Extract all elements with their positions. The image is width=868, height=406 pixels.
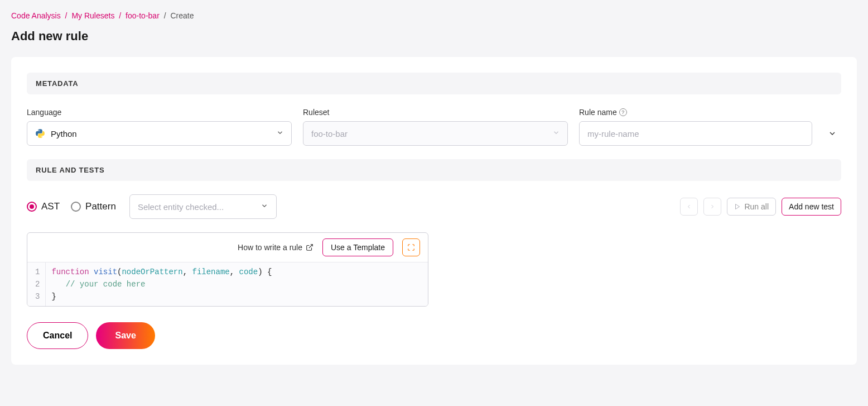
page-title: Add new rule [11, 29, 857, 44]
radio-icon [27, 202, 37, 212]
radio-pattern-label: Pattern [85, 201, 116, 212]
code-body[interactable]: 123 function visit(nodeOrPattern, filena… [27, 262, 428, 306]
radio-ast-label: AST [41, 201, 60, 212]
ruleset-value: foo-to-bar [311, 129, 348, 138]
expand-editor-button[interactable] [402, 238, 420, 256]
next-test-button [703, 198, 721, 216]
entity-checked-select[interactable]: Select entity checked... [129, 194, 277, 219]
use-template-label: Use a Template [331, 243, 385, 252]
breadcrumb-link-my-rulesets[interactable]: My Rulesets [71, 11, 114, 20]
language-label: Language [27, 108, 292, 117]
breadcrumb-sep: / [65, 11, 67, 20]
chevron-down-icon [261, 202, 268, 212]
prev-test-button [680, 198, 698, 216]
expand-toggle[interactable] [823, 121, 841, 146]
breadcrumb-link-ruleset[interactable]: foo-to-bar [126, 11, 160, 20]
cancel-button[interactable]: Cancel [27, 322, 88, 349]
breadcrumb-sep: / [164, 11, 166, 20]
chevron-left-icon [686, 203, 692, 210]
chevron-down-icon [828, 129, 837, 138]
language-value: Python [51, 129, 77, 138]
entity-placeholder: Select entity checked... [138, 202, 224, 212]
chevron-down-icon [552, 129, 560, 138]
run-all-button: Run all [727, 198, 776, 216]
add-new-test-button[interactable]: Add new test [782, 198, 841, 216]
breadcrumb-current: Create [170, 11, 194, 20]
python-icon [35, 128, 45, 138]
code-editor: How to write a rule Use a Template 123 f… [27, 232, 428, 307]
code-content[interactable]: function visit(nodeOrPattern, filename, … [46, 262, 428, 306]
form-card: METADATA Language Python [11, 57, 857, 365]
use-template-button[interactable]: Use a Template [322, 238, 393, 256]
chevron-down-icon [276, 129, 284, 138]
line-gutter: 123 [27, 262, 46, 306]
radio-icon [71, 202, 81, 212]
how-to-label: How to write a rule [238, 243, 302, 252]
chevron-right-icon [709, 203, 716, 210]
run-all-label: Run all [744, 202, 769, 211]
ruleset-select: foo-to-bar [303, 121, 568, 146]
svg-marker-0 [736, 204, 740, 209]
play-icon [734, 203, 741, 210]
rulename-label: Rule name ? [579, 108, 812, 117]
save-button[interactable]: Save [96, 322, 155, 349]
radio-ast[interactable]: AST [27, 201, 60, 212]
rulename-label-text: Rule name [579, 108, 617, 117]
language-select[interactable]: Python [27, 121, 292, 146]
section-metadata-header: METADATA [27, 73, 841, 94]
add-new-test-label: Add new test [789, 202, 834, 211]
maximize-icon [407, 243, 415, 251]
breadcrumb: Code Analysis / My Rulesets / foo-to-bar… [11, 11, 857, 20]
breadcrumb-link-code-analysis[interactable]: Code Analysis [11, 11, 61, 20]
breadcrumb-sep: / [119, 11, 121, 20]
help-icon[interactable]: ? [619, 108, 627, 116]
rulename-input[interactable] [579, 121, 812, 146]
section-rule-tests-header: RULE AND TESTS [27, 159, 841, 181]
ruleset-label: Ruleset [303, 108, 568, 117]
radio-pattern[interactable]: Pattern [71, 201, 116, 212]
svg-line-1 [309, 245, 312, 248]
how-to-write-rule-link[interactable]: How to write a rule [238, 243, 314, 252]
external-link-icon [306, 243, 314, 251]
rule-type-radio-group: AST Pattern [27, 201, 116, 212]
